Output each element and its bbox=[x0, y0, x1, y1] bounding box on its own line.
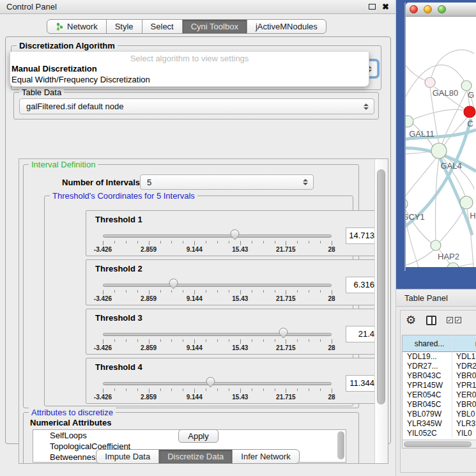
threshold-label: Threshold 2 bbox=[95, 264, 142, 273]
slider-thumb[interactable] bbox=[206, 377, 215, 388]
table-row[interactable]: YER054CYER0 bbox=[403, 390, 476, 400]
slider-thumb[interactable] bbox=[279, 328, 288, 339]
tab-select[interactable]: Select bbox=[142, 19, 183, 34]
tick-label: -3.426 bbox=[94, 246, 112, 253]
network-node-green[interactable] bbox=[431, 240, 441, 250]
network-node-pink[interactable] bbox=[425, 77, 435, 88]
top-tabstrip: NetworkStyleSelectCyni ToolboxjActiveMNo… bbox=[47, 19, 326, 34]
tick-label: 21.715 bbox=[276, 246, 296, 253]
table-rows: YDL19...YDL1YDR27...YDR2YBR043CYBR0YPR14… bbox=[403, 352, 476, 438]
tick-mark bbox=[171, 290, 172, 293]
tick-mark bbox=[240, 339, 241, 344]
tick-mark bbox=[309, 388, 309, 391]
tab-label: Style bbox=[115, 22, 134, 31]
tick-mark bbox=[320, 388, 321, 391]
table-hscrollbar[interactable] bbox=[403, 440, 476, 448]
network-view-window[interactable]: GAL80GCGAL11GAL4GCY1HHAP2 bbox=[404, 3, 476, 271]
tick-mark bbox=[263, 339, 264, 342]
tick-mark bbox=[320, 241, 321, 243]
number-of-intervals-combobox[interactable]: 5 bbox=[140, 174, 314, 190]
network-edge[interactable] bbox=[406, 151, 431, 154]
network-edge[interactable] bbox=[440, 208, 464, 242]
close-traffic-light[interactable] bbox=[410, 5, 418, 13]
cyni-toolbox-panel: Discretization Algorithm Select algorith… bbox=[5, 36, 391, 444]
table-column-header[interactable]: shared... bbox=[403, 335, 452, 352]
table-row[interactable]: YDR27...YDR2 bbox=[403, 362, 476, 371]
network-edge[interactable] bbox=[436, 158, 439, 240]
slider-track[interactable] bbox=[103, 382, 332, 385]
network-edge[interactable] bbox=[431, 50, 474, 78]
slider-thumb[interactable] bbox=[169, 279, 178, 289]
network-node-green[interactable] bbox=[460, 196, 473, 209]
tick-label: 15.43 bbox=[232, 246, 248, 253]
table-row[interactable]: YIL052CYIL0 bbox=[403, 429, 476, 438]
threshold-panel: Threshold 3 -3.4262.8599.14415.4321.7152… bbox=[86, 309, 387, 355]
tab-network[interactable]: Network bbox=[47, 19, 107, 34]
tick-mark bbox=[206, 339, 206, 342]
threshold-label: Threshold 1 bbox=[95, 215, 142, 224]
algorithm-option[interactable]: Equal Width/Frequency Discretization bbox=[10, 74, 369, 85]
network-node-green[interactable] bbox=[431, 143, 447, 158]
number-of-intervals-label: Number of Intervals bbox=[62, 178, 140, 187]
float-window-icon[interactable] bbox=[369, 4, 376, 10]
slider-thumb[interactable] bbox=[230, 229, 240, 240]
gear-icon[interactable]: ⚙ bbox=[406, 314, 416, 326]
threshold-panel: Threshold 4 -3.4262.8599.14415.4321.7152… bbox=[86, 358, 387, 404]
network-edge[interactable] bbox=[406, 41, 426, 81]
zoom-traffic-light[interactable] bbox=[438, 5, 446, 13]
tab-discretize-data[interactable]: Discretize Data bbox=[158, 449, 233, 464]
network-node-green[interactable] bbox=[406, 198, 408, 210]
slider-track[interactable] bbox=[103, 284, 332, 287]
algorithm-placeholder: Select algorithm to view settings bbox=[10, 52, 369, 63]
table-cell: YIL052C bbox=[403, 429, 452, 438]
network-node-label: GAL4 bbox=[440, 161, 461, 171]
settings-scrollbar-thumb[interactable] bbox=[377, 169, 385, 404]
table-row[interactable]: YLR345WYLR3 bbox=[403, 419, 476, 429]
tick-mark bbox=[263, 241, 264, 243]
network-canvas[interactable]: GAL80GCGAL11GAL4GCY1HHAP2 bbox=[406, 17, 476, 267]
table-hscrollbar-thumb[interactable] bbox=[404, 441, 472, 447]
tab-jactivemnodules[interactable]: jActiveMNodules bbox=[247, 19, 326, 34]
network-node-green[interactable] bbox=[461, 81, 472, 91]
threshold-panel: Threshold 1 -3.4262.8599.14415.4321.7152… bbox=[86, 210, 387, 256]
apply-button[interactable]: Apply bbox=[178, 429, 219, 443]
network-edge[interactable] bbox=[406, 250, 434, 266]
network-window-titlebar[interactable] bbox=[406, 3, 476, 17]
tick-label: 28 bbox=[328, 246, 335, 253]
table-row[interactable]: YBL079WYBL0 bbox=[403, 410, 476, 419]
columns-icon[interactable] bbox=[426, 316, 436, 325]
network-node-green[interactable] bbox=[406, 116, 413, 127]
tab-label: jActiveMNodules bbox=[256, 22, 318, 31]
tick-mark bbox=[183, 290, 183, 293]
select-columns-icon[interactable]: ✓ ✓ bbox=[447, 317, 461, 323]
tick-mark bbox=[252, 339, 252, 342]
table-row[interactable]: YPR145WYPR1 bbox=[403, 381, 476, 390]
table-row[interactable]: YDL19...YDL1 bbox=[403, 352, 476, 362]
table-row[interactable]: YBR043CYBR0 bbox=[403, 371, 476, 381]
table-data-combobox[interactable]: galFiltered.sif default node bbox=[19, 98, 374, 114]
tick-mark bbox=[103, 290, 104, 295]
algorithm-option[interactable]: Manual Discretization bbox=[10, 63, 369, 74]
tab-style[interactable]: Style bbox=[106, 19, 142, 34]
close-icon[interactable]: ✖ bbox=[382, 3, 389, 11]
table-row[interactable]: YBR045CYBR0 bbox=[403, 400, 476, 410]
tab-infer-network[interactable]: Infer Network bbox=[232, 449, 299, 464]
tab-cyni-toolbox[interactable]: Cyni Toolbox bbox=[182, 19, 247, 34]
slider-track[interactable] bbox=[103, 234, 332, 238]
network-edge[interactable] bbox=[458, 264, 474, 267]
tick-mark bbox=[332, 241, 332, 245]
node-attribute-table: shared...na YDL19...YDL1YDR27...YDR2YBR0… bbox=[402, 335, 476, 449]
minimize-traffic-light[interactable] bbox=[424, 5, 432, 13]
table-cell: YBR043C bbox=[403, 371, 452, 381]
slider-track[interactable] bbox=[103, 333, 332, 336]
bottom-tabstrip: Impute DataDiscretize DataInfer Network bbox=[0, 449, 395, 464]
table-column-header[interactable]: na bbox=[452, 335, 476, 352]
network-edge[interactable] bbox=[406, 158, 436, 199]
tick-mark bbox=[309, 290, 309, 293]
tick-mark bbox=[194, 339, 195, 344]
network-node-red[interactable] bbox=[464, 106, 475, 118]
tick-mark bbox=[114, 339, 115, 342]
tab-impute-data[interactable]: Impute Data bbox=[96, 449, 159, 464]
tick-mark bbox=[217, 290, 218, 293]
settings-scrollbar-track[interactable] bbox=[374, 159, 387, 463]
